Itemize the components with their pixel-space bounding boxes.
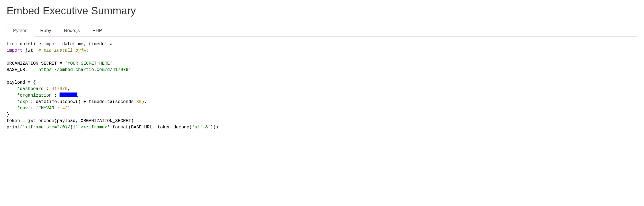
code-string: "MYVAR" (38, 106, 57, 111)
code-snippet: from datetime import datetime, timedelta… (7, 39, 637, 131)
page-title: Embed Executive Summary (7, 5, 637, 17)
code-string: '<iframe src="{0}/{1}"></iframe>' (23, 125, 110, 130)
redacted-value (60, 93, 77, 97)
code-string: 'https://embed.chartio.com/d/417976' (36, 67, 131, 72)
code-text: : { (30, 106, 38, 111)
code-text: BASE_URL = (7, 67, 36, 72)
code-string: 'env' (17, 106, 30, 111)
code-number: 30 (136, 99, 141, 104)
code-number: 417976 (52, 86, 68, 91)
code-text: : (57, 106, 62, 111)
tab-python[interactable]: Python (7, 25, 34, 37)
code-text: print( (7, 125, 23, 130)
code-text: token = jwt.encode(payload, ORGANIZATION… (7, 118, 134, 123)
code-text: ORGANIZATION_SECRET = (7, 61, 65, 66)
code-keyword: from (7, 42, 17, 47)
tab-php[interactable]: PHP (86, 25, 108, 37)
code-text: datetime, timedelta (60, 42, 112, 47)
code-text: } (68, 106, 70, 111)
code-indent (7, 106, 17, 111)
code-string: 'dashboard' (17, 86, 46, 91)
code-text: .format(BASE_URL, token.decode( (110, 125, 192, 130)
code-keyword: import (7, 48, 23, 53)
language-tabs: Python Ruby Node.js PHP (7, 25, 637, 37)
code-text: , (68, 86, 70, 91)
code-text: ))) (210, 125, 218, 130)
code-number: 42 (62, 106, 68, 111)
tab-nodejs[interactable]: Node.js (58, 25, 86, 37)
code-text: payload = { (7, 80, 36, 85)
code-string: 'utf-8' (192, 125, 210, 130)
code-text: ), (142, 99, 147, 104)
code-text: datetime (17, 42, 44, 47)
tab-ruby[interactable]: Ruby (34, 25, 58, 37)
code-string: 'exp' (17, 99, 30, 104)
code-text: jwt (23, 48, 39, 53)
code-keyword: import (44, 42, 60, 47)
code-indent (7, 99, 17, 104)
code-text: : (46, 86, 52, 91)
code-string: 'organization' (17, 93, 54, 98)
code-string: 'YOUR SECRET HERE' (65, 61, 112, 66)
code-indent (7, 93, 17, 98)
code-comment: # pip install pyjwt (38, 48, 88, 53)
code-indent (7, 86, 17, 91)
code-text: : (54, 93, 60, 98)
code-text: : datetime.utcnow() + timedelta(seconds= (30, 99, 136, 104)
code-text: } (7, 112, 9, 117)
code-text: , (77, 93, 79, 98)
